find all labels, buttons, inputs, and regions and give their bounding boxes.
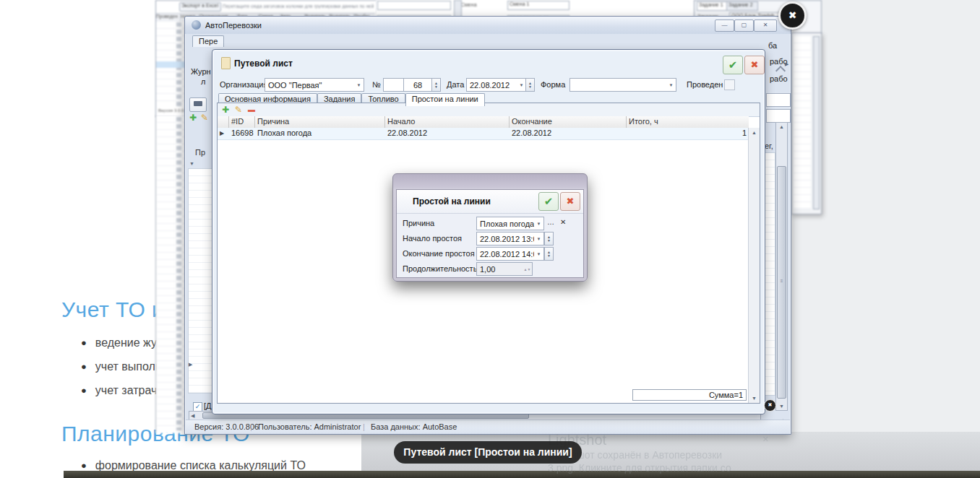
lightbox-close-button[interactable]: ✖	[778, 1, 807, 30]
left-grid-rows	[188, 168, 214, 394]
reason-combobox[interactable]: Плохая погода ▼	[476, 217, 544, 230]
grid-col-reason[interactable]: Причина	[255, 116, 385, 128]
table-row[interactable]: ▶ 16698 Плохая погода 22.08.2012 22.08.2…	[218, 128, 749, 140]
right-clipped-field[interactable]	[766, 109, 791, 123]
grid-header-row: #ID Причина Начало Окончание Итого, ч	[218, 116, 749, 129]
spinner-icon: ▲▼	[523, 267, 532, 271]
scrollbar-thumb[interactable]: ≡	[777, 166, 786, 399]
start-spinner[interactable]: ▲▼	[544, 232, 554, 245]
app-title: АвтоПеревозки	[205, 21, 262, 30]
app-titlebar[interactable]: АвтоПеревозки — ▢ ✕	[185, 17, 791, 34]
add-icon[interactable]: ✚	[189, 113, 197, 123]
posted-label: Проведен	[687, 80, 723, 89]
posted-checkbox[interactable]	[724, 79, 735, 90]
clear-button[interactable]: ✕	[560, 218, 566, 226]
duration-label: Продолжительность, ч.	[403, 264, 488, 273]
modal-ok-button[interactable]: ✔	[538, 192, 559, 211]
number-field[interactable]: 68	[403, 78, 432, 92]
downtime-modal-body: Простой на линии ✔ ✖ Причина Плохая пого…	[396, 189, 584, 278]
app-icon	[192, 20, 201, 30]
reason-label: Причина	[403, 219, 434, 227]
date-combobox[interactable]: 22.08.2012 ▼	[466, 78, 527, 92]
scroll-down-icon[interactable]: ▼	[776, 404, 787, 409]
modal-cancel-button[interactable]: ✖	[560, 192, 580, 211]
modal-title: Простой на линии	[413, 196, 491, 207]
grid-col-total[interactable]: Итого, ч	[627, 116, 749, 128]
number-label: №	[372, 80, 381, 89]
dialog-cancel-button[interactable]: ✖	[744, 56, 765, 74]
bg-field-label: Смена	[461, 2, 504, 7]
start-label: Начало простоя	[403, 234, 462, 243]
print-button[interactable]	[189, 97, 207, 112]
chevron-down-icon[interactable]: ▼	[534, 252, 543, 256]
dialog-title: Путевой лист	[234, 58, 293, 69]
form-combobox[interactable]: ▼	[569, 78, 676, 92]
printer-icon	[194, 101, 202, 106]
right-scrollbar[interactable]: ▲ ≡ ▼	[775, 122, 788, 411]
form-label: Форма	[541, 80, 565, 89]
bullet-icon: ●	[81, 361, 87, 372]
status-database: База данных: AutoBase	[371, 422, 457, 431]
window-close-button[interactable]: ✕	[754, 19, 777, 32]
scroll-down-icon[interactable]: ▼	[749, 396, 760, 401]
end-datetime-field[interactable]: 22.08.2012 14:00 ▼	[476, 247, 544, 261]
delete-row-icon[interactable]: ▬	[248, 105, 255, 113]
bullet-icon: ●	[81, 460, 87, 471]
scroll-left-icon[interactable]: ◀	[191, 413, 194, 419]
bg-tab[interactable]: Задание 1	[697, 1, 728, 11]
maximize-button[interactable]: ▢	[734, 19, 754, 32]
bg-field-value[interactable]	[377, 1, 451, 10]
edit-icon[interactable]: ✎	[201, 113, 208, 123]
edit-row-icon[interactable]: ✎	[235, 105, 242, 115]
grid-col-start[interactable]: Начало	[385, 116, 510, 128]
minimize-button[interactable]: —	[715, 19, 734, 32]
grid-col-id[interactable]: #ID	[229, 116, 255, 128]
chevron-down-icon[interactable]: ▼	[534, 222, 543, 226]
chevron-down-icon[interactable]: ▼	[534, 237, 543, 241]
chevron-down-icon[interactable]: ▼	[666, 83, 676, 87]
end-spinner[interactable]: ▲▼	[544, 247, 554, 261]
dialog-ok-button[interactable]: ✔	[723, 56, 743, 74]
tab-perevozki[interactable]: Пере	[192, 35, 224, 47]
grid-scrollbar[interactable]: ▲ ▼	[748, 128, 760, 403]
number-prefix-field[interactable]	[383, 78, 405, 92]
duration-field[interactable]: 1,00 ▲▼	[476, 262, 533, 276]
end-value: 22.08.2012 14:00	[477, 250, 534, 258]
cell-start: 22.08.2012	[385, 128, 510, 139]
scroll-up-icon[interactable]: ▲	[776, 124, 787, 129]
chevron-down-icon[interactable]: ▼	[354, 83, 364, 87]
bg-grid-rows	[794, 36, 811, 208]
right-clipped-field[interactable]	[766, 93, 791, 107]
right-clipped-label: рабо	[770, 74, 788, 83]
document-icon	[221, 57, 231, 69]
right-clipped-label: ба	[768, 41, 777, 50]
start-datetime-field[interactable]: 22.08.2012 13:00 ▼	[476, 232, 544, 245]
row-marker-icon: ▶	[785, 61, 788, 67]
ellipsis-button[interactable]: …	[547, 218, 554, 226]
number-spinner[interactable]: ▲▼	[431, 78, 441, 92]
caption-toast: Путевой лист [Простои на линии]	[394, 441, 582, 464]
thumb-grip-icon: ≡	[778, 279, 786, 283]
screenshot-root: Учет ТО и Р ●ведение журнала З ●учет вып…	[0, 0, 980, 478]
export-excel-button[interactable]: Экспорт в Excel	[179, 2, 221, 12]
cell-reason: Плохая погода	[255, 128, 385, 139]
bottom-dark-band	[64, 471, 980, 478]
downtime-modal-header: Простой на линии ✔ ✖	[397, 190, 583, 214]
tab-downtime[interactable]: Простои на линии	[405, 93, 485, 106]
add-row-icon[interactable]: ✚	[222, 105, 229, 115]
date-spinner[interactable]: ▲▼	[525, 78, 535, 92]
start-value: 22.08.2012 13:00	[477, 235, 534, 243]
filter-icon[interactable]: ▼	[189, 161, 194, 166]
lightshot-close-icon[interactable]: ✕	[762, 435, 769, 444]
small-close-icon[interactable]: ✖	[764, 399, 776, 412]
cell-id: 16698	[229, 128, 255, 139]
cell-end: 22.08.2012	[510, 128, 627, 139]
scroll-up-icon[interactable]: ▲	[749, 130, 760, 135]
bg-scrollbar[interactable]	[813, 36, 820, 209]
bg-field-value[interactable]: Смена 1	[507, 1, 569, 10]
bg-tab[interactable]: Задание 2	[726, 1, 758, 11]
bottom-checkbox-label: [Д	[204, 401, 212, 410]
grid-col-end[interactable]: Окончание	[510, 116, 627, 128]
date-label: Дата	[447, 80, 464, 89]
org-combobox[interactable]: ООО "Первая" ▼	[265, 78, 364, 92]
